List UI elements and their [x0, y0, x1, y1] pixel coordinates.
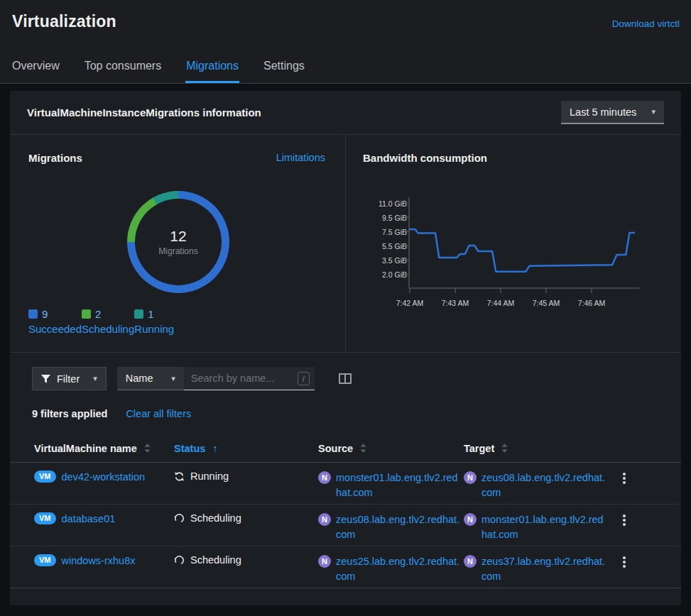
node-badge: N: [318, 555, 331, 568]
column-header-status[interactable]: Status ↑: [174, 442, 318, 454]
legend-swatch-running: [134, 309, 143, 319]
source-cell: N zeus08.lab.eng.tlv2.redhat.com: [318, 512, 464, 542]
vm-link[interactable]: dev42-workstation: [62, 471, 146, 483]
source-node-link[interactable]: monster01.lab.eng.tlv2.redhat.com: [336, 471, 461, 500]
download-virtctl-link[interactable]: Download virtctl: [612, 18, 680, 29]
status-cell: Scheduling: [174, 554, 318, 566]
legend-swatch-succeeded: [28, 309, 38, 319]
card-header: VirtualMachineInstanceMigrations informa…: [10, 91, 681, 135]
masthead: Virtualization Download virtctl Overview…: [0, 0, 691, 84]
charts-row: Migrations Limitations 12 Migrations 9: [10, 135, 681, 353]
search-box: /: [184, 367, 315, 390]
kebab-menu-icon[interactable]: [609, 554, 631, 568]
donut-center-label: Migrations: [158, 246, 197, 256]
status-text: Scheduling: [190, 512, 241, 524]
migrations-card: VirtualMachineInstanceMigrations informa…: [10, 91, 681, 605]
slash-shortcut-badge: /: [298, 372, 310, 385]
bandwidth-chart: 11.0 GiB 9.5 GiB 7.5 GiB 5.5 GiB 3.5 GiB…: [354, 193, 661, 321]
limitations-link[interactable]: Limitations: [276, 152, 325, 163]
kebab-menu-icon[interactable]: [609, 471, 631, 484]
column-header-vm-name[interactable]: VirtualMachine name: [34, 443, 174, 454]
node-badge: N: [464, 555, 477, 568]
sort-both-icon: [144, 444, 151, 453]
target-cell: N zeus08.lab.eng.tlv2.redhat.com: [464, 471, 609, 500]
x-tick-label: 7:45 AM: [523, 299, 569, 307]
x-tick-label: 7:42 AM: [387, 299, 432, 307]
vm-badge: VM: [34, 471, 56, 483]
filter-summary: 9 filters applied Clear all filters: [32, 408, 191, 419]
tab-overview[interactable]: Overview: [11, 60, 60, 83]
x-tick-label: 7:44 AM: [478, 299, 523, 307]
filter-funnel-icon: [41, 375, 50, 383]
bandwidth-panel-title: Bandwidth consumption: [363, 152, 487, 164]
source-node-link[interactable]: zeus25.lab.eng.tlv2.redhat.com: [336, 554, 461, 584]
search-input[interactable]: [184, 367, 315, 390]
target-node-link[interactable]: zeus37.lab.eng.tlv2.redhat.com: [481, 554, 606, 584]
time-range-select[interactable]: Last 5 minutes ▾: [561, 101, 664, 124]
legend-item-scheduling[interactable]: 2 Scheduling: [82, 308, 134, 335]
legend-item-running[interactable]: 1 Running: [134, 308, 174, 335]
legend-item-succeeded[interactable]: 9 Succeeded: [28, 308, 82, 335]
target-node-link[interactable]: zeus08.lab.eng.tlv2.redhat.com: [481, 471, 606, 500]
vm-link[interactable]: windows-rxhu8x: [62, 555, 136, 566]
migrations-table: VirtualMachine name Status ↑ Source: [10, 434, 681, 588]
in-progress-icon: [174, 555, 185, 566]
x-tick-label: 7:43 AM: [432, 299, 478, 307]
target-node-link[interactable]: monster01.lab.eng.tlv2.redhat.com: [481, 512, 606, 542]
vm-badge: VM: [34, 554, 56, 566]
bandwidth-line: [409, 229, 635, 272]
bandwidth-plot: [354, 193, 653, 296]
donut-center: 12 Migrations: [135, 199, 222, 285]
filter-attribute-select[interactable]: Name ▾: [117, 367, 184, 390]
source-cell: N monster01.lab.eng.tlv2.redhat.com: [318, 471, 464, 500]
legend-count-succeeded: 9: [42, 308, 48, 320]
tab-settings[interactable]: Settings: [263, 60, 305, 83]
time-range-value: Last 5 minutes: [570, 106, 636, 118]
sort-both-icon: [501, 444, 508, 453]
vm-link[interactable]: database01: [62, 513, 116, 524]
target-cell: N monster01.lab.eng.tlv2.redhat.com: [464, 512, 609, 542]
clear-all-filters-link[interactable]: Clear all filters: [126, 408, 191, 419]
tab-bar: Overview Top consumers Migrations Settin…: [11, 60, 305, 83]
donut-legend: 9 Succeeded 2 Scheduling 1: [28, 308, 174, 335]
column-header-source[interactable]: Source: [318, 443, 464, 454]
kebab-menu-icon[interactable]: [609, 512, 631, 526]
source-node-link[interactable]: zeus08.lab.eng.tlv2.redhat.com: [336, 512, 461, 542]
migrations-panel-title: Migrations: [28, 152, 82, 164]
legend-label-running[interactable]: Running: [134, 323, 174, 335]
vm-name-cell: VM windows-rxhu8x: [34, 554, 174, 566]
node-badge: N: [464, 471, 477, 484]
migrations-panel: Migrations Limitations 12 Migrations 9: [10, 135, 346, 352]
table-row: VM windows-rxhu8x Scheduling N zeus25.la…: [10, 546, 681, 588]
in-progress-icon: [174, 513, 185, 524]
card-title: VirtualMachineInstanceMigrations informa…: [27, 106, 261, 119]
table-toolbar: Filter ▾ Name ▾ /: [32, 367, 352, 390]
column-header-target[interactable]: Target: [464, 443, 609, 454]
sync-icon: [174, 471, 185, 482]
sort-ascending-icon: ↑: [212, 442, 218, 454]
legend-swatch-scheduling: [82, 309, 91, 319]
manage-columns-icon[interactable]: [339, 373, 352, 384]
status-cell: Running: [174, 471, 318, 482]
tab-migrations[interactable]: Migrations: [185, 60, 239, 83]
x-tick-label: 7:46 AM: [569, 299, 614, 307]
status-text: Running: [190, 471, 229, 482]
filters-applied-text: 9 filters applied: [32, 408, 107, 419]
vm-name-cell: VM database01: [34, 512, 174, 524]
target-cell: N zeus37.lab.eng.tlv2.redhat.com: [464, 554, 609, 584]
vm-badge: VM: [34, 512, 56, 524]
filter-button-label: Filter: [57, 373, 80, 385]
source-cell: N zeus25.lab.eng.tlv2.redhat.com: [318, 554, 464, 584]
status-text: Scheduling: [190, 554, 241, 566]
status-cell: Scheduling: [174, 512, 318, 524]
table-row: VM dev42-workstation Running N monster01…: [10, 463, 681, 505]
table-row: VM database01 Scheduling N zeus08.lab.en…: [10, 505, 681, 546]
legend-label-scheduling[interactable]: Scheduling: [82, 323, 134, 335]
filter-dropdown-button[interactable]: Filter ▾: [32, 367, 107, 390]
tab-top-consumers[interactable]: Top consumers: [84, 60, 163, 83]
table-header-row: VirtualMachine name Status ↑ Source: [10, 434, 681, 463]
legend-label-succeeded[interactable]: Succeeded: [28, 323, 82, 335]
chevron-down-icon: ▾: [171, 374, 175, 383]
virtualization-page: Virtualization Download virtctl Overview…: [0, 0, 691, 616]
legend-count-running: 1: [148, 308, 153, 320]
